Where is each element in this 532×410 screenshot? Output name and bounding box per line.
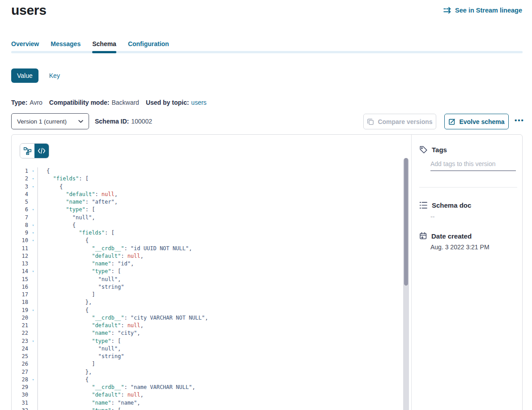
tab-overview[interactable]: Overview [11, 40, 39, 54]
code-scrollbar-track[interactable] [403, 158, 409, 410]
collapse-spacer [29, 399, 37, 407]
collapse-spacer [29, 283, 37, 291]
line-number: 23 [12, 337, 29, 345]
topic-link[interactable]: users [191, 99, 206, 106]
version-select[interactable]: Version 1 (current) [11, 113, 89, 129]
collapse-spacer [29, 314, 37, 322]
line-gutter: 31 [12, 399, 38, 407]
collapse-toggle-icon[interactable]: ▾ [29, 206, 37, 214]
collapse-spacer [29, 276, 37, 283]
date-created-title: Date created [431, 232, 472, 240]
line-gutter: 17 [12, 291, 38, 299]
key-toggle-button[interactable]: Key [49, 72, 60, 79]
line-gutter: 13 [12, 260, 38, 268]
code-line: 4 "default": null, [12, 191, 400, 198]
line-gutter: 16 [12, 283, 38, 291]
code-line: 7 "null", [12, 214, 400, 222]
schema-kind-toggle: Value Key [11, 68, 60, 83]
line-gutter: 22 [12, 329, 38, 337]
used-by-topic-label: Used by topic: [146, 99, 189, 106]
collapse-toggle-icon[interactable]: ▾ [29, 307, 37, 314]
code-line: 20 "__crdb__": "city VARCHAR NOT NULL", [12, 314, 400, 322]
line-number: 10 [12, 237, 29, 244]
collapse-toggle-icon[interactable]: ▾ [29, 407, 37, 410]
code-text: "name": "after", [38, 198, 118, 206]
code-line: 1▾{ [12, 167, 400, 175]
line-number: 19 [12, 307, 29, 314]
code-line: 24 "null", [12, 345, 400, 353]
more-actions-button[interactable]: ••• [513, 112, 526, 128]
used-by-topic-field: Used by topic:users [146, 99, 207, 106]
line-number: 6 [12, 206, 29, 214]
code-lines: 1▾{2▾ "fields": [3▾ {4 "default": null,5… [12, 167, 400, 410]
code-text: "type": [ [38, 206, 95, 214]
line-number: 24 [12, 345, 29, 353]
code-scrollbar-thumb[interactable] [404, 158, 408, 286]
code-text: "name": "city", [38, 329, 140, 337]
collapse-spacer [29, 245, 37, 252]
collapse-toggle-icon[interactable]: ▾ [29, 175, 37, 183]
code-line: 23▾ "type": [ [12, 337, 400, 345]
schema-doc-header: Schema doc [419, 201, 471, 209]
tree-view-button[interactable] [20, 144, 34, 158]
code-text: { [38, 237, 89, 244]
collapse-spacer [29, 252, 37, 260]
collapse-spacer [29, 191, 37, 198]
collapse-spacer [29, 299, 37, 306]
copy-icon [367, 118, 374, 125]
type-label: Type: [11, 99, 27, 106]
evolve-schema-button[interactable]: Evolve schema [444, 114, 509, 129]
page-title: users [11, 3, 47, 18]
code-view-button[interactable] [34, 144, 49, 158]
code-text: "name": "id", [38, 260, 134, 268]
line-number: 7 [12, 214, 29, 222]
collapse-toggle-icon[interactable]: ▾ [29, 337, 37, 345]
line-number: 25 [12, 353, 29, 360]
line-gutter: 24 [12, 345, 38, 353]
topic-tabs: Overview Messages Schema Configuration [11, 40, 169, 54]
collapse-toggle-icon[interactable]: ▾ [29, 376, 37, 384]
compatibility-label: Compatibility mode: [49, 99, 110, 106]
collapse-toggle-icon[interactable]: ▾ [29, 183, 37, 191]
stream-lineage-link[interactable]: See in Stream lineage [443, 7, 522, 14]
collapse-toggle-icon[interactable]: ▾ [29, 268, 37, 275]
code-view-icon [38, 148, 46, 154]
collapse-toggle-icon[interactable]: ▾ [29, 237, 37, 244]
line-gutter: 8▾ [12, 222, 38, 229]
code-line: 2▾ "fields": [ [12, 175, 400, 183]
line-gutter: 1▾ [12, 167, 38, 175]
chevron-down-icon [78, 120, 83, 123]
date-created-header: Date created [419, 232, 472, 240]
collapse-toggle-icon[interactable]: ▾ [29, 167, 37, 175]
tab-configuration[interactable]: Configuration [128, 40, 169, 54]
schema-page: users See in Stream lineage Overview Mes… [0, 0, 532, 410]
code-line: 32▾ "type": [ [12, 407, 400, 410]
collapse-toggle-icon[interactable]: ▾ [29, 222, 37, 229]
collapse-spacer [29, 214, 37, 222]
stream-lineage-icon [443, 7, 451, 14]
compare-versions-button[interactable]: Compare versions [363, 114, 436, 129]
line-gutter: 9▾ [12, 229, 38, 237]
add-tags-input[interactable] [430, 159, 516, 171]
code-text: ] [38, 360, 95, 368]
line-gutter: 32▾ [12, 407, 38, 410]
collapse-toggle-icon[interactable]: ▾ [29, 229, 37, 237]
type-field: Type:Avro [11, 99, 43, 106]
line-number: 21 [12, 322, 29, 329]
schema-doc-title: Schema doc [432, 201, 471, 209]
tab-messages[interactable]: Messages [51, 40, 81, 54]
code-line: 21 "default": null, [12, 322, 400, 329]
stream-lineage-label: See in Stream lineage [455, 7, 522, 14]
code-line: 22 "name": "city", [12, 329, 400, 337]
value-toggle-button[interactable]: Value [11, 68, 38, 83]
collapse-spacer [29, 260, 37, 268]
tree-view-icon [23, 147, 32, 155]
tab-schema[interactable]: Schema [92, 40, 116, 54]
line-gutter: 12 [12, 252, 38, 260]
code-text: "default": null, [38, 191, 118, 198]
line-gutter: 29 [12, 384, 38, 391]
line-number: 3 [12, 183, 29, 191]
code-line: 3▾ { [12, 183, 400, 191]
line-gutter: 5 [12, 198, 38, 206]
line-number: 8 [12, 222, 29, 229]
